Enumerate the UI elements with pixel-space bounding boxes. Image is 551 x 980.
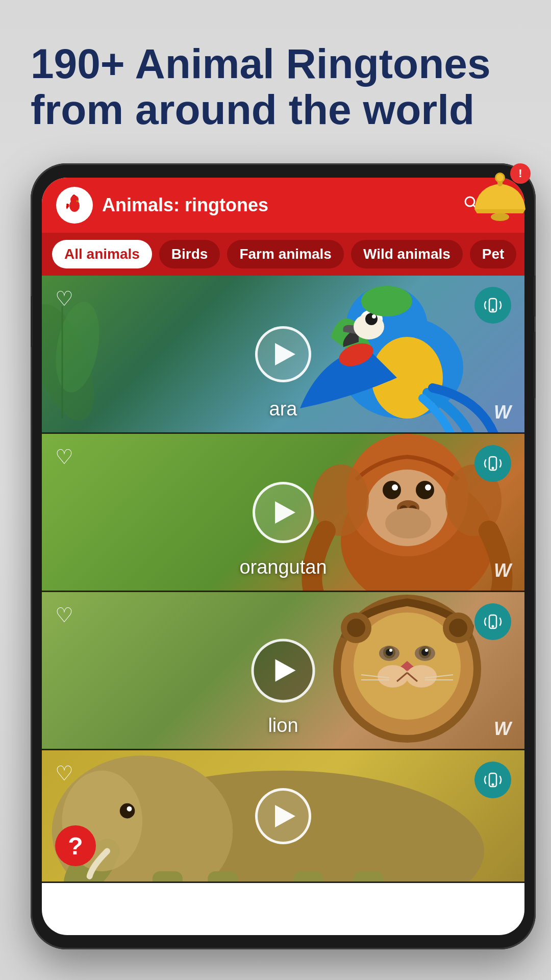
svg-point-36: [385, 508, 431, 538]
app-title: Animals: ringtones: [102, 194, 453, 216]
notification-bell[interactable]: !: [464, 158, 536, 232]
animal-card-ara: ♡ ara W: [42, 276, 524, 434]
tab-all-animals[interactable]: All animals: [52, 240, 152, 268]
play-button-orangutan[interactable]: [253, 482, 314, 543]
info-button-elephant[interactable]: ?: [55, 825, 96, 866]
animal-card-lion: ♡ lion W: [42, 592, 524, 750]
svg-point-61: [449, 619, 467, 637]
svg-point-25: [492, 309, 494, 311]
like-button-lion[interactable]: ♡: [55, 603, 73, 627]
svg-point-21: [372, 314, 376, 318]
title-line2: from around the world: [31, 86, 474, 133]
animal-card-elephant: ♡ ?: [42, 750, 524, 883]
animal-name-orangutan: orangutan: [42, 556, 524, 578]
tab-farm-animals[interactable]: Farm animals: [227, 240, 344, 268]
svg-point-29: [383, 481, 401, 499]
svg-rect-68: [293, 871, 323, 881]
svg-point-50: [389, 649, 392, 652]
bell-badge: !: [510, 163, 531, 184]
wiki-link-lion[interactable]: W: [494, 718, 511, 740]
svg-point-59: [347, 619, 365, 637]
svg-point-72: [127, 806, 132, 812]
header-section: 190+ Animal Ringtones from around the wo…: [31, 41, 520, 133]
tab-birds[interactable]: Birds: [159, 240, 220, 268]
app-logo: [56, 187, 93, 224]
animal-name-ara: ara: [42, 398, 524, 420]
svg-point-74: [492, 783, 494, 786]
like-button-orangutan[interactable]: ♡: [55, 445, 73, 469]
animal-name-lion: lion: [42, 715, 524, 737]
svg-point-0: [491, 213, 509, 221]
like-button-elephant[interactable]: ♡: [55, 762, 73, 785]
phone-screen: Animals: ringtones: [42, 178, 524, 935]
svg-point-63: [492, 625, 494, 628]
vibrate-button-orangutan[interactable]: [474, 445, 511, 482]
svg-rect-67: [208, 871, 238, 881]
power-button: [534, 276, 536, 316]
play-button-lion[interactable]: [252, 639, 315, 702]
svg-rect-66: [153, 871, 183, 881]
svg-point-51: [425, 649, 428, 652]
svg-point-30: [416, 481, 434, 499]
wiki-link-orangutan[interactable]: W: [494, 560, 511, 581]
svg-point-31: [392, 484, 398, 491]
header-title: 190+ Animal Ringtones from around the wo…: [31, 41, 520, 133]
svg-point-6: [70, 195, 79, 204]
category-tabs: All animals Birds Farm animals Wild anim…: [42, 233, 524, 276]
vibrate-button-ara[interactable]: [474, 287, 511, 324]
animal-card-orangutan: ♡ orangutan W: [42, 434, 524, 592]
svg-point-32: [425, 484, 431, 491]
play-button-elephant[interactable]: [255, 788, 311, 844]
svg-rect-69: [354, 871, 384, 881]
tab-pets[interactable]: Pet: [470, 240, 517, 268]
side-button: [31, 296, 33, 347]
svg-point-23: [361, 286, 412, 316]
play-button-ara[interactable]: [255, 326, 311, 382]
app-bar: Animals: ringtones: [42, 178, 524, 233]
like-button-ara[interactable]: ♡: [55, 287, 73, 310]
svg-point-40: [492, 467, 494, 470]
volume-button: [534, 332, 536, 398]
svg-point-71: [120, 803, 135, 819]
vibrate-button-lion[interactable]: [474, 603, 511, 640]
phone-frame: Animals: ringtones: [31, 163, 536, 949]
wiki-link-ara[interactable]: W: [494, 402, 511, 423]
rooster-icon: [63, 191, 86, 219]
vibrate-button-elephant[interactable]: [474, 762, 511, 798]
title-line1: 190+ Animal Ringtones: [31, 40, 490, 87]
tab-wild-animals[interactable]: Wild animals: [351, 240, 463, 268]
svg-point-3: [496, 174, 504, 181]
